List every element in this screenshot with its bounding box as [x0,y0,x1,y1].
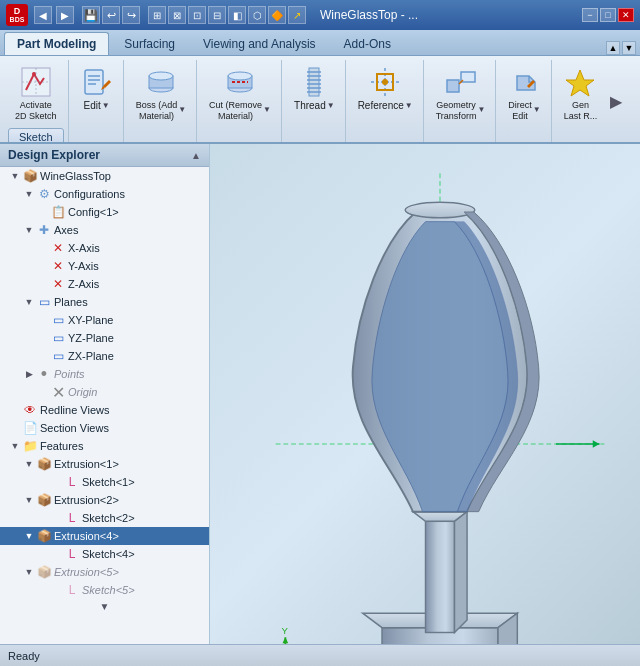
direct-edit-button[interactable]: Direct Edit ▼ [502,62,546,126]
tree-item-sk5[interactable]: L Sketch<5> [0,581,209,599]
direct-edit-button-label: Direct Edit [508,100,532,122]
svg-marker-41 [282,637,288,643]
tree-item-features[interactable]: ▼ 📁 Features [0,437,209,455]
ext2-label: Extrusion<2> [52,494,119,506]
tree-item-yaxis[interactable]: ✕ Y-Axis [0,257,209,275]
sk2-label: Sketch<2> [80,512,135,524]
tree-item-origin[interactable]: ✕ Origin [0,383,209,401]
svg-point-10 [149,72,173,80]
tree-item-points[interactable]: ▶ • Points [0,365,209,383]
undo-icon[interactable]: ↩ [102,6,120,24]
tree-item-ext1[interactable]: ▼ 📦 Extrusion<1> [0,455,209,473]
edit-button[interactable]: Edit ▼ [75,62,119,116]
toolbar-icon-1[interactable]: ⊞ [148,6,166,24]
tree-item-sk1[interactable]: L Sketch<1> [0,473,209,491]
tree-item-redline[interactable]: 👁 Redline Views [0,401,209,419]
ext5-label: Extrusion<5> [52,566,119,578]
tree-item-config1[interactable]: 📋 Config<1> [0,203,209,221]
redo-icon[interactable]: ↪ [122,6,140,24]
tab-surfacing[interactable]: Surfacing [111,32,188,55]
sketch-tab-button[interactable]: Sketch [8,128,64,144]
svg-point-37 [405,202,475,217]
ext2-icon: 📦 [36,492,52,508]
geometry-transform-button[interactable]: Geometry Transform ▼ [430,62,492,126]
forward-button[interactable]: ▶ [56,6,74,24]
save-icon[interactable]: 💾 [82,6,100,24]
tree-item-ext5[interactable]: ▼ 📦 Extrusion<5> [0,563,209,581]
ext4-label: Extrusion<4> [52,530,119,542]
tree-item-xaxis[interactable]: ✕ X-Axis [0,239,209,257]
tree-item-xyplane[interactable]: ▭ XY-Plane [0,311,209,329]
thread-button[interactable]: Thread ▼ [288,62,341,116]
toolbar-icon-8[interactable]: ↗ [288,6,306,24]
configs-icon: ⚙ [36,186,52,202]
root-label: WineGlassTop [38,170,111,182]
ribbon-group-cut-items: Cut (Remove Material) ▼ [203,62,277,140]
tree-item-sk4[interactable]: L Sketch<4> [0,545,209,563]
tree-item-sk2[interactable]: L Sketch<2> [0,509,209,527]
close-button[interactable]: ✕ [618,8,634,22]
cut-button[interactable]: Cut (Remove Material) ▼ [203,62,277,126]
ribbon-more-button[interactable]: ▶ [609,60,623,142]
toolbar-icon-6[interactable]: ⬡ [248,6,266,24]
tree-item-ext4[interactable]: ▼ 📦 Extrusion<4> [0,527,209,545]
maximize-button[interactable]: □ [600,8,616,22]
svg-rect-4 [85,70,103,94]
tree-item-planes[interactable]: ▼ ▭ Planes [0,293,209,311]
sk5-icon: L [64,582,80,598]
tab-addons[interactable]: Add-Ons [331,32,404,55]
ext1-icon: 📦 [36,456,52,472]
model-svg: X Y Z [250,154,630,644]
status-bar: Ready [0,644,640,666]
svg-text:Y: Y [281,625,288,636]
ribbon-group-thread: Thread ▼ [284,60,346,142]
toolbar-icon-7[interactable]: 🔶 [268,6,286,24]
tab-part-modeling[interactable]: Part Modeling [4,32,109,55]
toolbar-icon-3[interactable]: ⊡ [188,6,206,24]
activate-sketch-button[interactable]: Activate 2D Sketch [9,62,63,126]
design-explorer-panel: Design Explorer ▲ ▼ 📦 WineGlassTop ▼ ⚙ C… [0,144,210,644]
xaxis-label: X-Axis [66,242,100,254]
svg-marker-28 [566,70,594,96]
panel-scroll-up[interactable]: ▲ [191,150,201,161]
boss-icon [145,66,177,98]
points-expand: ▶ [22,369,36,379]
points-icon: • [36,366,52,382]
reference-button[interactable]: Reference ▼ [352,62,419,116]
tree-item-yzplane[interactable]: ▭ YZ-Plane [0,329,209,347]
panel-scroll-down[interactable]: ▼ [0,599,209,614]
tree-item-section[interactable]: 📄 Section Views [0,419,209,437]
status-text: Ready [8,650,40,662]
panel-title: Design Explorer ▲ [0,144,209,167]
boss-button[interactable]: Boss (Add Material) ▼ [130,62,192,126]
tree-item-axes[interactable]: ▼ ✚ Axes [0,221,209,239]
tree-item-root[interactable]: ▼ 📦 WineGlassTop [0,167,209,185]
redline-label: Redline Views [38,404,110,416]
zxplane-label: ZX-Plane [66,350,114,362]
tree-item-zaxis[interactable]: ✕ Z-Axis [0,275,209,293]
tree-item-zxplane[interactable]: ▭ ZX-Plane [0,347,209,365]
ribbon-options-button[interactable]: ▲ [606,41,620,55]
tree-item-configs[interactable]: ▼ ⚙ Configurations [0,185,209,203]
planes-expand: ▼ [22,297,36,307]
thread-dropdown-icon: ▼ [327,101,335,110]
viewport[interactable]: X Y Z [210,144,640,644]
toolbar-icon-5[interactable]: ◧ [228,6,246,24]
xyplane-icon: ▭ [50,312,66,328]
toolbar-icon-4[interactable]: ⊟ [208,6,226,24]
zaxis-icon: ✕ [50,276,66,292]
tree-item-ext2[interactable]: ▼ 📦 Extrusion<2> [0,491,209,509]
minimize-button[interactable]: − [582,8,598,22]
geometry-transform-dropdown-icon: ▼ [477,105,485,114]
ribbon-group-sketch-items: Activate 2D Sketch Sketch [8,62,64,144]
planes-icon: ▭ [36,294,52,310]
svg-marker-48 [593,440,600,448]
gen-button[interactable]: Gen Last R... [558,62,604,126]
toolbar-icon-2[interactable]: ⊠ [168,6,186,24]
ribbon-group-edit-items: Edit ▼ [75,62,119,140]
back-button[interactable]: ◀ [34,6,52,24]
ribbon-collapse-button[interactable]: ▼ [622,41,636,55]
svg-rect-34 [426,521,455,632]
tab-viewing-analysis[interactable]: Viewing and Analysis [190,32,329,55]
svg-marker-36 [455,512,468,633]
